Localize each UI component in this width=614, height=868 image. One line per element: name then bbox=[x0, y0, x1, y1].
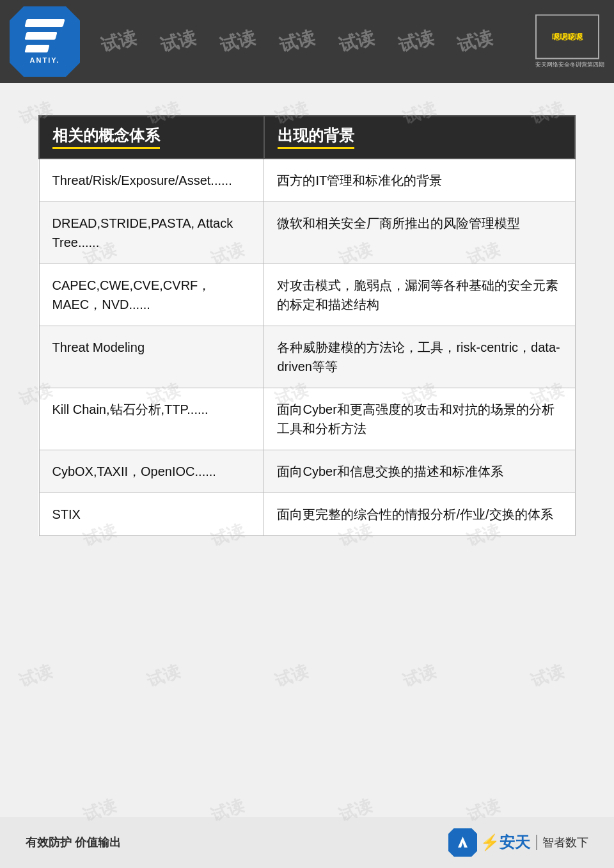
header-right-logo: 嗯嗯嗯嗯 安天网络安全冬训营第四期 bbox=[535, 15, 604, 69]
table-cell-concept: Kill Chain,钻石分析,TTP...... bbox=[39, 388, 264, 450]
table-cell-concept: Threat Modeling bbox=[39, 326, 264, 388]
header-wm-3: 试读 bbox=[217, 25, 258, 58]
table-row: Threat/Risk/Exposure/Asset......西方的IT管理和… bbox=[39, 159, 575, 202]
table-row: DREAD,STRIDE,PASTA, Attack Tree......微软和… bbox=[39, 202, 575, 264]
table-cell-background: 各种威胁建模的方法论，工具，risk-centric，data-driven等等 bbox=[264, 326, 575, 388]
table-cell-background: 面向Cyber和更高强度的攻击和对抗的场景的分析工具和分析方法 bbox=[264, 388, 575, 450]
watermark-21: 试读 bbox=[400, 660, 439, 693]
col2-header: 出现的背景 bbox=[264, 116, 575, 159]
table-cell-concept: CybOX,TAXII，OpenIOC...... bbox=[39, 450, 264, 493]
main-content: 相关的概念体系 出现的背景 Threat/Risk/Exposure/Asset… bbox=[0, 83, 614, 562]
footer: 有效防护 价值输出 ⚡安天 智者数下 bbox=[0, 817, 614, 868]
header-wm-2: 试读 bbox=[158, 25, 199, 58]
table-cell-concept: Threat/Risk/Exposure/Asset...... bbox=[39, 159, 264, 202]
header-wm-4: 试读 bbox=[277, 25, 318, 58]
header-wm-5: 试读 bbox=[336, 25, 377, 58]
table-cell-background: 对攻击模式，脆弱点，漏洞等各种基础的安全元素的标定和描述结构 bbox=[264, 264, 575, 326]
footer-logo: ⚡安天 智者数下 bbox=[448, 828, 588, 857]
footer-logo-icon bbox=[448, 828, 477, 857]
training-badge: 嗯嗯嗯嗯 bbox=[535, 15, 599, 59]
header-wm-1: 试读 bbox=[98, 25, 139, 58]
footer-logo-sub: 智者数下 bbox=[536, 835, 588, 850]
header-wm-7: 试读 bbox=[455, 25, 496, 58]
header: ANTIY. 试读 试读 试读 试读 试读 试读 试读 嗯嗯嗯嗯 安天网络安全冬… bbox=[0, 0, 614, 83]
table-row: CAPEC,CWE,CVE,CVRF，MAEC，NVD......对攻击模式，脆… bbox=[39, 264, 575, 326]
footer-slogan: 有效防护 价值输出 bbox=[26, 835, 121, 850]
table-cell-background: 微软和相关安全厂商所推出的风险管理模型 bbox=[264, 202, 575, 264]
training-subtitle: 安天网络安全冬训营第四期 bbox=[535, 61, 604, 69]
table-row: Kill Chain,钻石分析,TTP......面向Cyber和更高强度的攻击… bbox=[39, 388, 575, 450]
watermark-19: 试读 bbox=[145, 660, 184, 693]
watermark-20: 试读 bbox=[272, 660, 311, 693]
table-row: CybOX,TAXII，OpenIOC......面向Cyber和信息交换的描述… bbox=[39, 450, 575, 493]
table-cell-background: 面向更完整的综合性的情报分析/作业/交换的体系 bbox=[264, 493, 575, 536]
table-cell-background: 西方的IT管理和标准化的背景 bbox=[264, 159, 575, 202]
table-cell-concept: DREAD,STRIDE,PASTA, Attack Tree...... bbox=[39, 202, 264, 264]
col1-header: 相关的概念体系 bbox=[39, 116, 264, 159]
footer-logo-brand: ⚡安天 bbox=[480, 832, 530, 853]
watermark-18: 试读 bbox=[17, 660, 56, 693]
table-row: STIX面向更完整的综合性的情报分析/作业/交换的体系 bbox=[39, 493, 575, 536]
watermark-22: 试读 bbox=[528, 660, 567, 693]
table-cell-background: 面向Cyber和信息交换的描述和标准体系 bbox=[264, 450, 575, 493]
content-area: 相关的概念体系 出现的背景 Threat/Risk/Exposure/Asset… bbox=[0, 83, 614, 562]
header-wm-6: 试读 bbox=[396, 25, 437, 58]
table-cell-concept: STIX bbox=[39, 493, 264, 536]
table-row: Threat Modeling各种威胁建模的方法论，工具，risk-centri… bbox=[39, 326, 575, 388]
table-cell-concept: CAPEC,CWE,CVE,CVRF，MAEC，NVD...... bbox=[39, 264, 264, 326]
header-watermarks: 试读 试读 试读 试读 试读 试读 试读 bbox=[0, 0, 614, 83]
concept-table: 相关的概念体系 出现的背景 Threat/Risk/Exposure/Asset… bbox=[38, 115, 576, 536]
